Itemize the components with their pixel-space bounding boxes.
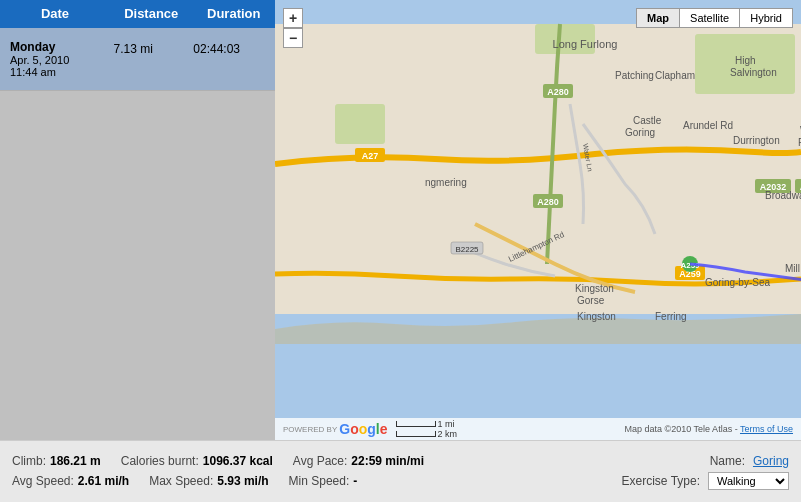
calories-label: Calories burnt: [121,454,199,468]
sidebar: Date Distance Duration Monday Apr. 5, 20… [0,0,275,440]
svg-text:Ferring: Ferring [655,311,687,322]
min-speed-value: - [353,474,357,488]
svg-text:Durrington: Durrington [733,135,780,146]
svg-text:Mill Rd: Mill Rd [785,263,801,274]
scale-mi-label: 1 mi [438,419,455,429]
app-container: Date Distance Duration Monday Apr. 5, 20… [0,0,801,502]
svg-text:A27: A27 [362,151,379,161]
scale-mi: 1 mi [396,419,458,429]
min-speed-label: Min Speed: [289,474,350,488]
map-type-hybrid[interactable]: Hybrid [740,9,792,27]
map-footer: POWERED BY Google 1 mi 2 km [275,418,801,440]
climb-value: 186.21 m [50,454,101,468]
right-stats: Name: Goring [710,454,789,468]
svg-text:A280: A280 [547,87,569,97]
max-speed-label: Max Speed: [149,474,213,488]
calories-value: 1096.37 kcal [203,454,273,468]
svg-text:Arundel Rd: Arundel Rd [683,120,733,131]
exercise-type-select[interactable]: Walking Running Cycling Swimming Other [708,472,789,490]
name-row: Name: Goring [710,454,789,468]
exercise-type-group: Exercise Type: Walking Running Cycling S… [622,472,789,490]
avg-speed-value: 2.61 mi/h [78,474,129,488]
avg-pace-label: Avg Pace: [293,454,347,468]
svg-text:High: High [735,55,756,66]
entry-distance: 7.13 mi [114,40,186,56]
map-attribution: Map data ©2010 Tele Atlas - Terms of Use [625,424,793,434]
zoom-out-button[interactable]: − [283,28,303,48]
svg-text:Clapham: Clapham [655,70,695,81]
max-speed-value: 5.93 mi/h [217,474,268,488]
map-scale: 1 mi 2 km [396,419,458,439]
svg-text:Broadwater: Broadwater [765,190,801,201]
exercise-label: Exercise Type: [622,474,700,488]
attribution-text: Map data ©2010 Tele Atlas - [625,424,738,434]
map-zoom-controls: + − [283,8,303,48]
svg-text:Salvington: Salvington [730,67,777,78]
powered-by-label: POWERED BY [283,425,337,434]
sidebar-entry[interactable]: Monday Apr. 5, 2010 11:44 am 7.13 mi 02:… [0,28,275,91]
entry-time: 11:44 am [10,66,106,78]
name-label: Name: [710,454,745,468]
svg-text:Kingston: Kingston [577,311,616,322]
entry-day: Monday [10,40,106,54]
stats-row-1: Climb: 186.21 m Calories burnt: 1096.37 … [12,454,789,468]
header-duration: Duration [193,4,276,24]
map-area: Map Satellite Hybrid + − [275,0,801,440]
name-value[interactable]: Goring [753,454,789,468]
header-distance: Distance [110,4,193,24]
entry-date-block: Monday Apr. 5, 2010 11:44 am [10,40,106,78]
svg-text:Kingston: Kingston [575,283,614,294]
svg-text:Patching: Patching [615,70,654,81]
scale-km-label: 2 km [438,429,458,439]
climb-stat: Climb: 186.21 m [12,454,101,468]
header-date: Date [0,4,110,24]
google-logo: POWERED BY Google [283,421,388,437]
top-section: Date Distance Duration Monday Apr. 5, 20… [0,0,801,440]
svg-text:B2225: B2225 [455,245,479,254]
max-speed-stat: Max Speed: 5.93 mi/h [149,474,268,488]
scale-line-km [396,431,436,437]
google-text: Google [339,421,387,437]
avg-speed-label: Avg Speed: [12,474,74,488]
climb-label: Climb: [12,454,46,468]
svg-text:A280: A280 [537,197,559,207]
min-speed-stat: Min Speed: - [289,474,358,488]
stats-bar: Climb: 186.21 m Calories burnt: 1096.37 … [0,440,801,502]
exercise-row: Exercise Type: Walking Running Cycling S… [622,472,789,490]
svg-text:Long Furlong: Long Furlong [553,38,618,50]
stats-row-2: Avg Speed: 2.61 mi/h Max Speed: 5.93 mi/… [12,472,789,490]
map-type-controls: Map Satellite Hybrid [636,8,793,28]
svg-text:Goring: Goring [625,127,655,138]
entry-date: Apr. 5, 2010 [10,54,106,66]
avg-pace-value: 22:59 min/mi [351,454,424,468]
sidebar-empty [0,91,275,440]
terms-of-use-link[interactable]: Terms of Use [740,424,793,434]
map-image: A27 A280 A280 A259 Littlehampton Rd Wate… [275,0,801,440]
scale-km: 2 km [396,429,458,439]
zoom-in-button[interactable]: + [283,8,303,28]
scale-line-mi [396,421,436,427]
calories-stat: Calories burnt: 1096.37 kcal [121,454,273,468]
entry-duration: 02:44:03 [193,40,265,56]
svg-text:Goring-by-Sea: Goring-by-Sea [705,277,770,288]
svg-rect-3 [335,104,385,144]
svg-text:Castle: Castle [633,115,662,126]
avg-speed-stat: Avg Speed: 2.61 mi/h [12,474,129,488]
sidebar-header: Date Distance Duration [0,0,275,28]
map-type-map[interactable]: Map [637,9,680,27]
svg-text:ngmering: ngmering [425,177,467,188]
avg-pace-stat: Avg Pace: 22:59 min/mi [293,454,424,468]
map-type-satellite[interactable]: Satellite [680,9,740,27]
svg-text:Gorse: Gorse [577,295,605,306]
